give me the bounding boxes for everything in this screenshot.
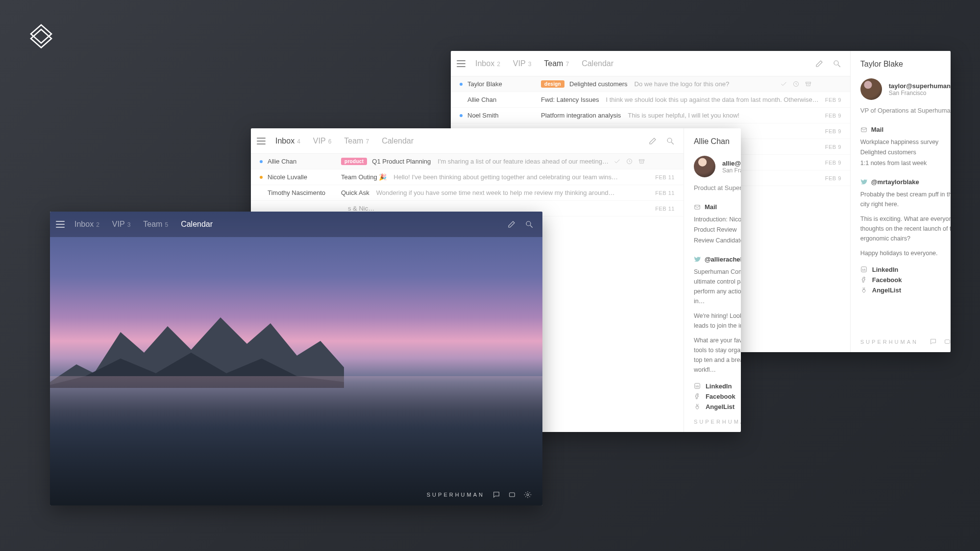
- svg-point-7: [667, 138, 672, 143]
- tab-team[interactable]: Team5: [143, 220, 168, 229]
- angellist-icon: [860, 287, 867, 293]
- menu-icon[interactable]: [257, 138, 266, 144]
- snooze-icon[interactable]: [792, 80, 800, 88]
- row-sender: Allie Chan: [268, 158, 341, 165]
- tab-label: VIP: [112, 220, 125, 229]
- tab-count: 7: [366, 138, 369, 145]
- facebook-icon: [694, 393, 701, 400]
- tab-team[interactable]: Team7: [544, 59, 569, 68]
- search-icon[interactable]: [666, 137, 675, 145]
- svg-rect-2: [806, 82, 810, 84]
- tab-inbox[interactable]: Inbox2: [74, 220, 99, 229]
- menu-icon[interactable]: [56, 221, 65, 228]
- list-item[interactable]: Happy holidays to everyone.: [860, 248, 951, 258]
- shortcuts-icon[interactable]: [508, 491, 516, 499]
- tab-team[interactable]: Team7: [344, 137, 369, 145]
- tab-label: Calendar: [181, 220, 213, 229]
- tab-calendar[interactable]: Calendar: [582, 59, 613, 68]
- shortcuts-icon[interactable]: [944, 338, 951, 345]
- search-icon[interactable]: [525, 220, 534, 229]
- social-facebook[interactable]: Facebook: [694, 393, 741, 400]
- list-item[interactable]: Review Candidate Offer: [694, 236, 741, 246]
- compose-icon[interactable]: [815, 59, 824, 68]
- tab-inbox[interactable]: Inbox2: [475, 59, 500, 68]
- section-twitter[interactable]: @allierachelchan: [694, 256, 741, 263]
- row-sender: Noel Smith: [467, 112, 541, 119]
- row-date: FEB 9: [819, 113, 841, 119]
- row-sender: Allie Chan: [467, 96, 541, 103]
- label-pill: design: [541, 80, 564, 88]
- tab-calendar[interactable]: Calendar: [181, 220, 213, 229]
- tab-count: 2: [96, 221, 99, 228]
- search-icon[interactable]: [833, 59, 841, 68]
- row-snippet: Do we have the logo for this one?: [635, 80, 775, 88]
- email-row[interactable]: Timothy NascimentoQuick AskWondering if …: [251, 185, 684, 201]
- list-item[interactable]: Probably the best cream puff in the city…: [860, 190, 951, 209]
- chat-icon[interactable]: [492, 491, 500, 499]
- window-calendar: Inbox2VIP3Team5Calendar SUPERHUMAN: [50, 212, 542, 505]
- row-snippet: This is super helpful, I will let you kn…: [628, 112, 818, 119]
- list-item[interactable]: What are your favourite productivity too…: [694, 335, 741, 375]
- linkedin-icon: [860, 266, 867, 273]
- social-angellist[interactable]: AngelList: [694, 403, 741, 410]
- email-row[interactable]: Allie ChanproductQ1 Product PlanningI'm …: [251, 154, 684, 169]
- list-item[interactable]: Product Review: [694, 225, 741, 235]
- list-item[interactable]: Introduction: Nicole <> David: [694, 215, 741, 225]
- snooze-icon[interactable]: [626, 158, 633, 165]
- row-snippet: Wondering if you have some time next wee…: [376, 189, 652, 196]
- unread-dot: [260, 207, 263, 210]
- section-mail: Mail: [694, 203, 741, 211]
- email-row[interactable]: Nicole LuvalleTeam Outing 🎉Hello! I've b…: [251, 169, 684, 185]
- list-item[interactable]: We're hiring! Looking for product leads …: [694, 311, 741, 331]
- tab-vip[interactable]: VIP3: [513, 59, 531, 68]
- done-icon[interactable]: [780, 80, 787, 88]
- row-subject: Quick Ask: [341, 189, 369, 196]
- row-date: FEB 9: [819, 175, 841, 181]
- tab-vip[interactable]: VIP6: [313, 137, 331, 145]
- email-row[interactable]: Taylor BlakedesignDelighted customersDo …: [451, 76, 850, 92]
- row-date: FEB 11: [652, 174, 675, 180]
- unread-dot: [460, 83, 463, 86]
- tab-label: Calendar: [382, 137, 414, 145]
- compose-icon[interactable]: [507, 220, 516, 229]
- list-item[interactable]: Delighted customers: [860, 147, 951, 158]
- archive-icon[interactable]: [638, 158, 645, 165]
- email-row[interactable]: Noel SmithPlatform integration analysisT…: [451, 108, 850, 123]
- tab-inbox[interactable]: Inbox4: [275, 137, 300, 145]
- profile-bio: VP of Operations at Superhuman: [860, 107, 951, 114]
- row-date: FEB 9: [819, 97, 841, 103]
- row-date: FEB 11: [652, 206, 675, 212]
- chat-icon[interactable]: [930, 338, 937, 345]
- done-icon[interactable]: [613, 158, 621, 165]
- mail-icon: [860, 126, 867, 133]
- email-row[interactable]: Allie ChanFwd: Latency IssuesI think we …: [451, 92, 850, 108]
- tab-count: 3: [528, 61, 532, 68]
- section-twitter[interactable]: @mrtaylorblake: [860, 178, 951, 186]
- row-subject: Team Outing 🎉: [341, 173, 387, 181]
- settings-icon[interactable]: [524, 491, 532, 499]
- tab-vip[interactable]: VIP3: [112, 220, 130, 229]
- archive-icon[interactable]: [805, 80, 812, 88]
- profile-bio: Product at Superhuman: [694, 184, 741, 192]
- row-snippet: I'm sharing a list of our feature ideas …: [438, 158, 609, 165]
- row-date: FEB 9: [819, 144, 841, 150]
- tab-calendar[interactable]: Calendar: [382, 137, 414, 145]
- tab-label: Inbox: [475, 59, 494, 68]
- compose-icon[interactable]: [648, 137, 657, 145]
- facebook-icon: [860, 276, 867, 283]
- social-angellist[interactable]: AngelList: [860, 287, 951, 294]
- tab-label: Calendar: [582, 59, 613, 68]
- list-item[interactable]: Workplace happiness survey: [860, 137, 951, 147]
- social-linkedin[interactable]: LinkedIn: [694, 383, 741, 390]
- list-item[interactable]: This is exciting. What are everyone's th…: [860, 214, 951, 243]
- row-date: FEB 9: [819, 128, 841, 134]
- social-facebook[interactable]: Facebook: [860, 276, 951, 284]
- angellist-icon: [694, 403, 701, 410]
- list-item[interactable]: Superhuman Command is your ultimate cont…: [694, 267, 741, 306]
- tab-count: 6: [328, 138, 332, 145]
- row-subject: Fwd: Latency Issues: [541, 96, 599, 103]
- social-linkedin[interactable]: LinkedIn: [860, 266, 951, 273]
- list-item[interactable]: 1:1 notes from last week: [860, 158, 951, 168]
- titlebar: Inbox2VIP3Team5Calendar: [50, 212, 542, 237]
- menu-icon[interactable]: [457, 60, 466, 67]
